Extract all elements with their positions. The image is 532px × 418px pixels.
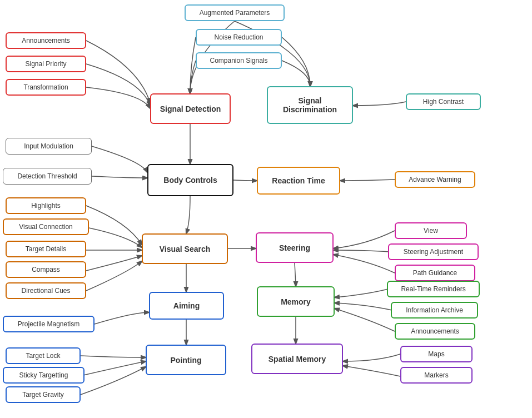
augmented-parameters-node: Augmented Parameters: [185, 4, 285, 21]
high-contrast-node: High Contrast: [406, 93, 481, 110]
noise-reduction-node: Noise Reduction: [196, 29, 282, 46]
signal-discrimination-node: SignalDiscrimination: [267, 86, 353, 124]
real-time-reminders-node: Real-Time Reminders: [387, 281, 480, 297]
directional-cues-node: Directional Cues: [6, 282, 86, 299]
reaction-time-node: Reaction Time: [257, 167, 340, 195]
information-archive-node: Information Archive: [391, 302, 478, 319]
announcements-top-node: Announcements: [6, 32, 86, 49]
sticky-targetting-node: Sticky Targetting: [3, 367, 84, 384]
path-guidance-node: Path Guidance: [395, 265, 475, 281]
steering-adjustment-node: Steering Adjustment: [388, 243, 479, 260]
advance-warning-node: Advance Warning: [395, 171, 475, 188]
spatial-memory-node: Spatial Memory: [251, 344, 343, 374]
signal-detection-node: Signal Detection: [150, 93, 231, 124]
target-lock-node: Target Lock: [6, 347, 81, 364]
view-node: View: [395, 222, 467, 239]
companion-signals-node: Companion Signals: [196, 52, 282, 69]
target-details-node: Target Details: [6, 241, 86, 257]
body-controls-node: Body Controls: [147, 164, 233, 196]
target-gravity-node: Target Gravity: [6, 386, 81, 403]
projectile-magnetism-node: Projectile Magnetism: [3, 316, 95, 332]
highlights-node: Highlights: [6, 197, 86, 214]
input-modulation-node: Input Modulation: [6, 138, 92, 155]
maps-node: Maps: [400, 346, 473, 362]
visual-connection-node: Visual Connection: [3, 218, 89, 235]
announcements-bottom-node: Announcements: [395, 323, 475, 340]
markers-node: Markers: [400, 367, 473, 384]
transformation-node: Transformation: [6, 79, 86, 96]
detection-threshold-node: Detection Threshold: [3, 168, 92, 185]
aiming-node: Aiming: [149, 292, 224, 320]
diagram-container: Augmented Parameters Noise Reduction Com…: [0, 0, 532, 418]
signal-priority-node: Signal Priority: [6, 56, 86, 72]
compass-node: Compass: [6, 261, 86, 278]
steering-node: Steering: [256, 232, 334, 263]
visual-search-node: Visual Search: [142, 233, 228, 264]
memory-node: Memory: [257, 286, 335, 317]
pointing-node: Pointing: [146, 345, 226, 375]
